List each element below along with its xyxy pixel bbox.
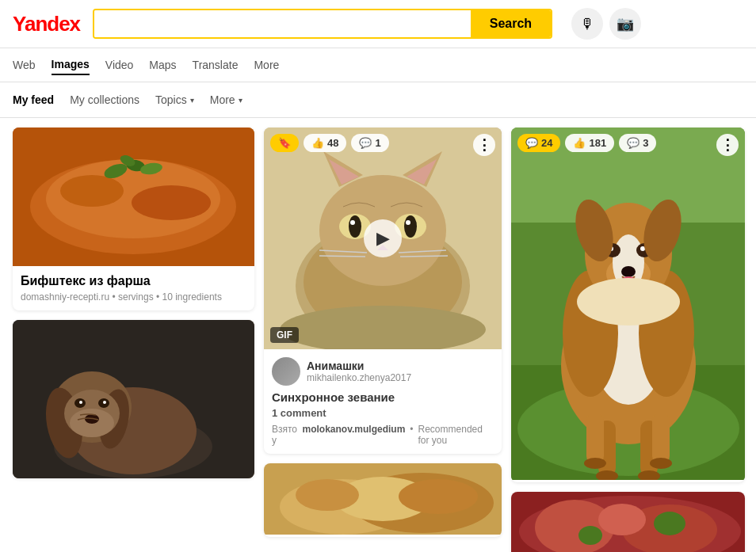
food-card-1-info: Бифштекс из фарша domashniy-recepti.ru •… (13, 266, 254, 310)
nav-top: Web Images Video Maps Translate More (0, 48, 756, 82)
subnav-myfeed[interactable]: My feed (13, 90, 54, 109)
svg-point-76 (577, 278, 680, 325)
food-meta: • servings • 10 ingredients (112, 291, 222, 303)
mic-button[interactable]: 🎙 (571, 8, 603, 40)
food-card-1-title: Бифштекс из фарша (21, 274, 246, 288)
collie-image-wrapper: 💬 24 👍 181 💬 3 ⋮ (511, 128, 745, 482)
dog-comments2: 3 (643, 137, 648, 149)
recommended-label: Recommended for you (418, 424, 494, 446)
subnav-mycollections[interactable]: My collections (70, 90, 139, 109)
svg-point-3 (60, 175, 124, 207)
svg-point-74 (650, 458, 672, 469)
nav-images[interactable]: Images (52, 55, 90, 75)
svg-point-30 (350, 220, 355, 225)
svg-point-19 (79, 401, 82, 404)
dog2-image (13, 320, 254, 478)
subnav-more-dropdown[interactable]: More ▾ (210, 93, 242, 106)
cat-gif-header: 🔖 👍 48 💬 1 ▶ GIF ⋮ (264, 128, 502, 349)
svg-point-81 (598, 504, 646, 535)
svg-point-62 (640, 246, 645, 251)
mic-icon: 🎙 (580, 16, 594, 32)
svg-point-29 (404, 215, 417, 238)
gif-label: GIF (270, 327, 299, 343)
author-name: Анимашки (307, 360, 411, 372)
chevron-down-icon-more: ▾ (239, 96, 242, 105)
food-card-3[interactable] (511, 492, 745, 552)
cat-gif-card[interactable]: 🔖 👍 48 💬 1 ▶ GIF ⋮ (264, 128, 502, 454)
author-details: Анимашки mikhailenko.zhenya2017 (307, 360, 411, 383)
dog2-card[interactable] (13, 320, 254, 478)
comment-count[interactable]: 1 comment (272, 407, 494, 419)
nav-maps[interactable]: Maps (149, 55, 176, 74)
source-link[interactable]: molokanov.mulgedium (303, 424, 406, 446)
more-options-button[interactable]: ⋮ (473, 134, 495, 156)
collie-card[interactable]: 💬 24 👍 181 💬 3 ⋮ (511, 128, 745, 482)
collection-card-info: Анимашки mikhailenko.zhenya2017 Синхронн… (264, 349, 502, 454)
svg-point-28 (349, 215, 361, 238)
dog2-svg (13, 320, 254, 478)
chevron-down-icon: ▾ (190, 96, 194, 105)
svg-line-34 (319, 256, 365, 257)
search-button[interactable]: Search (471, 10, 551, 37)
thumbs-up-icon-dog: 👍 (573, 137, 586, 149)
food-svg-1 (13, 128, 254, 266)
collie-svg (511, 128, 745, 480)
play-button[interactable]: ▶ (364, 219, 402, 257)
food-card-1[interactable]: Бифштекс из фарша domashniy-recepti.ru •… (13, 128, 254, 310)
cat-gif-overlay: 🔖 👍 48 💬 1 (270, 134, 389, 152)
collection-title: Синхронное зевание (272, 390, 494, 404)
subnav-topics-label: Topics (155, 93, 187, 106)
comment-icon-dog2: 💬 (627, 137, 640, 149)
source-from-label: Взято у (272, 424, 298, 446)
source-row: Взято у molokanov.mulgedium • Recommende… (272, 424, 494, 446)
subnav-topics-dropdown[interactable]: Topics ▾ (155, 93, 194, 106)
dog-comments1: 24 (541, 137, 552, 149)
svg-point-63 (621, 266, 636, 277)
right-column: 💬 24 👍 181 💬 3 ⋮ (511, 128, 745, 552)
left-column: Бифштекс из фарша domashniy-recepti.ru •… (13, 128, 254, 552)
nav-translate[interactable]: Translate (193, 55, 239, 74)
nav-video[interactable]: Video (105, 55, 134, 74)
header: Yandex Search 🎙 📷 (0, 0, 756, 48)
thumbs-up-icon: 👍 (311, 137, 324, 149)
comment-icon: 💬 (359, 137, 372, 149)
svg-rect-69 (586, 413, 604, 464)
comments-badge[interactable]: 💬 1 (351, 134, 388, 152)
camera-icon: 📷 (617, 15, 634, 32)
author-avatar (272, 357, 300, 386)
image-grid: Бифштекс из фарша domashniy-recepti.ru •… (0, 118, 756, 552)
comments-count: 1 (375, 137, 380, 149)
nav-more[interactable]: More (254, 55, 279, 74)
mid-column: 🔖 👍 48 💬 1 ▶ GIF ⋮ (264, 128, 502, 552)
food-card-2[interactable] (264, 463, 502, 537)
svg-point-47 (399, 479, 478, 514)
author-handle: mikhailenko.zhenya2017 (307, 372, 411, 383)
logo-y: Y (13, 12, 25, 36)
likes-badge[interactable]: 👍 48 (304, 134, 346, 152)
header-icons: 🎙 📷 (571, 8, 641, 40)
yandex-logo[interactable]: Yandex (13, 12, 80, 36)
dog-comment-badge[interactable]: 💬 24 (517, 134, 560, 152)
food-image-3 (511, 492, 745, 552)
collection-author: Анимашки mikhailenko.zhenya2017 (272, 357, 494, 386)
nav-web[interactable]: Web (13, 55, 36, 74)
search-input[interactable] (94, 10, 471, 37)
dog-overlay: 💬 24 👍 181 💬 3 (517, 134, 656, 152)
svg-point-31 (406, 220, 410, 225)
dog-more-button[interactable]: ⋮ (716, 134, 739, 156)
cat-image: 🔖 👍 48 💬 1 ▶ GIF ⋮ (264, 128, 502, 349)
svg-point-82 (654, 512, 685, 535)
bookmark-badge[interactable]: 🔖 (270, 134, 299, 152)
svg-point-73 (584, 458, 606, 469)
camera-button[interactable]: 📷 (609, 8, 641, 40)
likes-count: 48 (327, 137, 338, 149)
food-image-2 (264, 463, 502, 537)
dog-comments-badge2[interactable]: 💬 3 (619, 134, 656, 152)
search-bar: Search (93, 9, 552, 39)
food-card-1-source: domashniy-recepti.ru • servings • 10 ing… (21, 291, 246, 303)
comment-icon-dog: 💬 (525, 137, 538, 149)
svg-point-4 (132, 185, 211, 220)
dog-likes: 181 (589, 137, 606, 149)
dog-likes-badge[interactable]: 👍 181 (565, 134, 614, 152)
nav-sub: My feed My collections Topics ▾ More ▾ (0, 82, 756, 118)
